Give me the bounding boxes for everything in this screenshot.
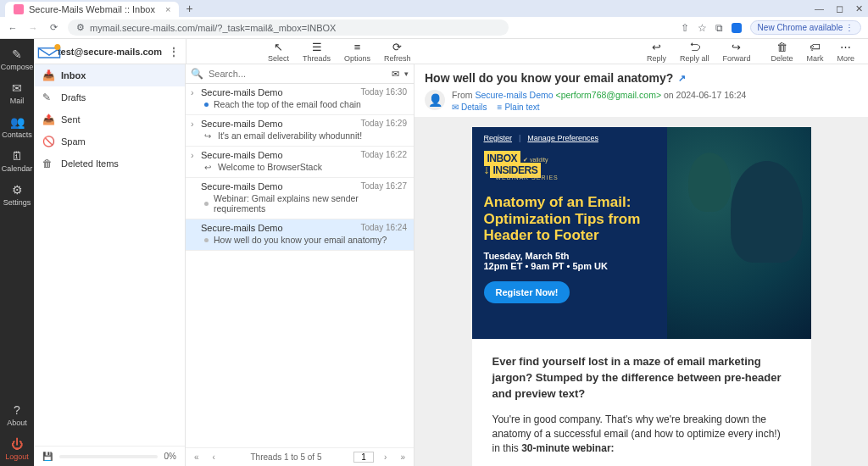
folder-inbox[interactable]: 📥Inbox <box>34 64 185 86</box>
account-email: test@secure-mails.com <box>58 47 162 57</box>
plaintext-link[interactable]: ≡Plain text <box>498 103 540 112</box>
from-name-link[interactable]: Secure-mails Demo <box>475 90 553 100</box>
window-minimize-icon[interactable]: — <box>815 3 824 14</box>
thread-item[interactable]: Secure-mails DemoToday 16:24 How well do… <box>186 219 414 251</box>
search-icon[interactable]: 🔍 <box>191 68 203 80</box>
quota-bar: 💾 0% <box>34 446 185 466</box>
expand-icon[interactable]: › <box>191 150 201 160</box>
tool-delete[interactable]: 🗑Delete <box>764 39 799 64</box>
chrome-update-pill[interactable]: New Chrome available ⋮ <box>750 20 861 35</box>
nav-back-icon[interactable]: ← <box>7 23 19 33</box>
nav-reload-icon[interactable]: ⟳ <box>47 22 59 33</box>
new-tab-button[interactable]: + <box>186 2 192 15</box>
sidebar-about[interactable]: ?About <box>0 398 34 432</box>
thread-item[interactable]: ›Secure-mails DemoToday 16:30 Reach the … <box>186 84 414 115</box>
sidebar-compose[interactable]: ✎Compose <box>0 42 34 76</box>
profile-avatar[interactable] <box>732 23 742 33</box>
sidebar-calendar[interactable]: 🗓Calendar <box>0 144 34 178</box>
expand-icon[interactable]: › <box>191 87 201 97</box>
svg-point-0 <box>54 43 60 49</box>
browser-tab[interactable]: Secure-Mails Webmail :: Inbox × <box>5 2 179 17</box>
page-prev-icon[interactable]: ‹ <box>209 452 219 462</box>
tool-forward[interactable]: ↪Forward <box>715 39 757 64</box>
account-menu-icon[interactable]: ⋮ <box>169 46 179 58</box>
tool-reply-all[interactable]: ⮌Reply all <box>673 39 716 64</box>
ban-icon: 🚫 <box>42 136 54 147</box>
hero-title: Anatomy of an Email: Optimization Tips f… <box>472 184 667 244</box>
register-now-button[interactable]: Register Now! <box>484 281 570 303</box>
site-settings-icon[interactable]: ⚙ <box>76 22 85 33</box>
tool-threads[interactable]: ☰Threads <box>296 39 337 64</box>
page-last-icon[interactable]: » <box>397 452 409 462</box>
sent-icon: 📤 <box>42 114 54 125</box>
read-dot-icon <box>204 202 209 206</box>
pager: « ‹ Threads 1 to 5 of 5 › » <box>186 447 414 466</box>
sidebar-contacts[interactable]: 👥Contacts <box>0 110 34 144</box>
details-link[interactable]: ✉Details <box>452 103 487 112</box>
share-icon[interactable]: ⇧ <box>681 22 689 34</box>
app-logo-icon <box>37 43 61 60</box>
window-close-icon[interactable]: ✕ <box>855 3 863 14</box>
envelope-icon: ✉ <box>452 103 459 112</box>
trash-icon: 🗑 <box>42 158 54 169</box>
tool-reply[interactable]: ↩Reply <box>640 39 673 64</box>
expand-spacer <box>191 181 201 191</box>
sidebar-mail[interactable]: ✉Mail <box>0 76 34 110</box>
thread-item[interactable]: ›Secure-mails DemoToday 16:29 ↪It's an e… <box>186 115 414 147</box>
bookmark-icon[interactable]: ☆ <box>698 22 707 34</box>
message-body[interactable]: Register | Manage Preferences INBOX ✔ va… <box>415 117 868 466</box>
hero-photo <box>667 127 811 339</box>
forward-icon: ↪ <box>204 131 213 141</box>
list-icon: ≡ <box>498 103 503 112</box>
window-maximize-icon[interactable]: ◻ <box>836 3 843 14</box>
sidebar-logout[interactable]: ⏻Logout <box>0 432 34 466</box>
tool-mark[interactable]: 🏷Mark <box>799 39 830 64</box>
compose-icon: ✎ <box>12 47 22 61</box>
thread-item[interactable]: ›Secure-mails DemoToday 16:22 ↩Welcome t… <box>186 147 414 178</box>
sidebar-settings[interactable]: ⚙Settings <box>0 178 34 212</box>
sender-avatar: 👤 <box>425 90 445 110</box>
search-scope-icon[interactable]: ✉ <box>392 69 399 80</box>
tab-title: Secure-Mails Webmail :: Inbox <box>29 4 155 14</box>
page-next-icon[interactable]: › <box>381 452 390 462</box>
page-input[interactable] <box>353 452 374 463</box>
reply-icon: ↩ <box>652 41 661 53</box>
from-email-link[interactable]: <perform768@gmail.com> <box>556 90 661 100</box>
tool-select[interactable]: ↖Select <box>261 39 296 64</box>
address-bar[interactable]: ⚙ mymail.secure-mails.com/mail/?_task=ma… <box>68 19 509 36</box>
read-dot-icon <box>204 238 209 242</box>
message-list: 🔍 ✉ ▾ ›Secure-mails DemoToday 16:30 Reac… <box>186 64 415 466</box>
hero-manage-link[interactable]: Manage Preferences <box>527 134 598 142</box>
page-first-icon[interactable]: « <box>191 452 203 462</box>
quota-value: 0% <box>164 452 176 461</box>
contacts-icon: 👥 <box>10 115 25 129</box>
expand-icon[interactable]: › <box>191 119 201 129</box>
threads-icon: ☰ <box>312 41 322 53</box>
tool-refresh[interactable]: ⟳Refresh <box>377 39 418 64</box>
extensions-icon[interactable]: ⧉ <box>715 22 723 34</box>
inbox-icon: 📥 <box>42 69 54 81</box>
folder-deleted[interactable]: 🗑Deleted Items <box>34 153 185 175</box>
folder-spam[interactable]: 🚫Spam <box>34 130 185 153</box>
message-toolbar: ↖Select ☰Threads ≡Options ⟳Refresh ↩Repl… <box>186 39 868 64</box>
app-sidebar: ✎Compose ✉Mail 👥Contacts 🗓Calendar ⚙Sett… <box>0 39 34 466</box>
hero-register-link[interactable]: Register <box>484 134 513 142</box>
tool-more[interactable]: ⋯More <box>830 39 861 64</box>
pencil-icon: ✎ <box>42 92 54 103</box>
url-text: mymail.secure-mails.com/mail/?_task=mail… <box>90 23 336 33</box>
tag-icon: 🏷 <box>810 41 821 53</box>
reply-icon: ↩ <box>204 163 213 172</box>
preview-subject: How well do you know your email anatomy?… <box>425 71 858 85</box>
tool-options[interactable]: ≡Options <box>337 39 377 64</box>
external-link-icon[interactable]: ↗ <box>678 73 686 84</box>
search-input[interactable] <box>209 69 387 79</box>
chevron-down-icon[interactable]: ▾ <box>404 69 409 78</box>
thread-item[interactable]: Secure-mails DemoToday 16:27 Webinar: Gm… <box>186 178 414 219</box>
folder-sent[interactable]: 📤Sent <box>34 108 185 130</box>
folder-drafts[interactable]: ✎Drafts <box>34 86 185 108</box>
nav-forward-icon[interactable]: → <box>27 23 39 33</box>
account-selector[interactable]: test@secure-mails.com ⋮ <box>34 39 186 64</box>
email-card: Register | Manage Preferences INBOX ✔ va… <box>472 127 811 466</box>
hero-banner: Register | Manage Preferences INBOX ✔ va… <box>472 127 811 339</box>
tab-close-icon[interactable]: × <box>165 4 170 14</box>
